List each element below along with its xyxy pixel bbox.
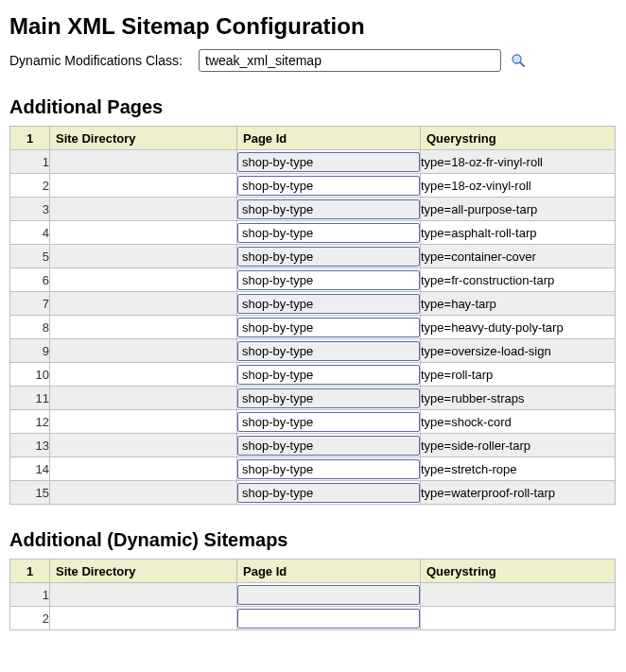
querystring-cell[interactable]: type=side-roller-tarp: [421, 434, 616, 457]
site-directory-cell[interactable]: [50, 339, 237, 363]
site-directory-cell[interactable]: [50, 410, 237, 434]
querystring-cell[interactable]: type=18-oz-fr-vinyl-roll: [421, 150, 616, 174]
dyn-mod-label: Dynamic Modifications Class:: [9, 53, 189, 68]
row-number: 2: [10, 607, 50, 630]
page-id-input[interactable]: [237, 341, 420, 361]
site-directory-cell[interactable]: [50, 150, 237, 174]
table-row: 5type=container-cover: [10, 245, 616, 268]
row-number: 2: [10, 174, 50, 198]
querystring-cell[interactable]: type=waterproof-roll-tarp: [421, 481, 616, 505]
table-row: 13type=side-roller-tarp: [10, 434, 616, 457]
table-row: 10type=roll-tarp: [10, 363, 616, 387]
querystring-cell[interactable]: type=rubber-straps: [421, 387, 616, 410]
site-directory-cell[interactable]: [50, 387, 237, 410]
querystring-cell[interactable]: type=oversize-load-sign: [421, 339, 616, 363]
page-id-cell: [237, 339, 421, 363]
page-id-cell: [237, 481, 421, 505]
page-id-cell: [237, 292, 421, 316]
querystring-cell[interactable]: [421, 607, 616, 630]
page-id-input[interactable]: [237, 199, 420, 219]
dyn-mod-row: Dynamic Modifications Class:: [9, 49, 617, 72]
page-id-input[interactable]: [237, 294, 420, 314]
page-id-cell: [237, 410, 421, 434]
page-id-input[interactable]: [237, 388, 420, 408]
site-directory-cell[interactable]: [50, 174, 237, 198]
site-directory-cell[interactable]: [50, 583, 237, 607]
querystring-cell[interactable]: type=shock-cord: [421, 410, 616, 434]
site-directory-cell[interactable]: [50, 268, 237, 292]
page-id-cell: [237, 457, 421, 481]
page-id-input[interactable]: [237, 609, 420, 629]
page-id-cell: [237, 221, 421, 245]
site-directory-cell[interactable]: [50, 481, 237, 505]
querystring-cell[interactable]: type=roll-tarp: [421, 363, 616, 387]
page-id-input[interactable]: [237, 412, 420, 432]
site-directory-cell[interactable]: [50, 363, 237, 387]
table-row: 2: [10, 607, 616, 630]
additional-pages-heading: Additional Pages: [9, 96, 617, 118]
page-id-input[interactable]: [237, 483, 420, 503]
row-number: 11: [10, 387, 50, 410]
querystring-cell[interactable]: type=asphalt-roll-tarp: [421, 221, 616, 245]
site-directory-cell[interactable]: [50, 221, 237, 245]
querystring-cell[interactable]: type=container-cover: [421, 245, 616, 268]
table-row: 12type=shock-cord: [10, 410, 616, 434]
search-icon[interactable]: [511, 53, 526, 68]
querystring-cell[interactable]: type=fr-construction-tarp: [421, 268, 616, 292]
querystring-cell[interactable]: [421, 583, 616, 607]
row-number: 4: [10, 221, 50, 245]
page-id-input[interactable]: [237, 365, 420, 385]
page-id-input[interactable]: [237, 318, 420, 337]
row-number: 1: [10, 583, 50, 607]
page-id-cell: [237, 363, 421, 387]
row-number: 3: [10, 198, 50, 221]
site-directory-cell[interactable]: [50, 198, 237, 221]
table-row: 15type=waterproof-roll-tarp: [10, 481, 616, 505]
page-id-cell: [237, 434, 421, 457]
col-header-index: 1: [10, 560, 50, 583]
site-directory-cell[interactable]: [50, 457, 237, 481]
page-id-input[interactable]: [237, 247, 420, 267]
row-number: 7: [10, 292, 50, 316]
table-row: 2type=18-oz-vinyl-roll: [10, 174, 616, 198]
col-header-site-directory: Site Directory: [50, 127, 237, 150]
table-row: 11type=rubber-straps: [10, 387, 616, 410]
dynamic-sitemaps-table: 1 Site Directory Page Id Querystring 12: [9, 559, 616, 630]
table-row: 14type=stretch-rope: [10, 457, 616, 481]
page-id-input[interactable]: [237, 176, 420, 196]
site-directory-cell[interactable]: [50, 607, 237, 630]
site-directory-cell[interactable]: [50, 245, 237, 268]
querystring-cell[interactable]: type=hay-tarp: [421, 292, 616, 316]
page-id-cell: [237, 607, 421, 630]
page-id-input[interactable]: [237, 585, 420, 605]
page-id-input[interactable]: [237, 270, 420, 290]
page-id-cell: [237, 198, 421, 221]
querystring-cell[interactable]: type=stretch-rope: [421, 457, 616, 481]
page-id-input[interactable]: [237, 459, 420, 479]
col-header-page-id: Page Id: [237, 560, 421, 583]
page-id-input[interactable]: [237, 152, 420, 172]
site-directory-cell[interactable]: [50, 434, 237, 457]
dyn-mod-input[interactable]: [199, 49, 501, 72]
querystring-cell[interactable]: type=all-purpose-tarp: [421, 198, 616, 221]
page-id-cell: [237, 268, 421, 292]
querystring-cell[interactable]: type=18-oz-vinyl-roll: [421, 174, 616, 198]
row-number: 15: [10, 481, 50, 505]
page-id-input[interactable]: [237, 223, 420, 243]
querystring-cell[interactable]: type=heavy-duty-poly-tarp: [421, 316, 616, 339]
row-number: 13: [10, 434, 50, 457]
row-number: 10: [10, 363, 50, 387]
table-row: 4type=asphalt-roll-tarp: [10, 221, 616, 245]
row-number: 12: [10, 410, 50, 434]
col-header-querystring: Querystring: [421, 127, 616, 150]
table-row: 8type=heavy-duty-poly-tarp: [10, 316, 616, 339]
page-id-cell: [237, 150, 421, 174]
page-title: Main XML Sitemap Configuration: [9, 13, 617, 40]
site-directory-cell[interactable]: [50, 292, 237, 316]
site-directory-cell[interactable]: [50, 316, 237, 339]
col-header-site-directory: Site Directory: [50, 560, 237, 583]
page-id-input[interactable]: [237, 436, 420, 456]
table-row: 9type=oversize-load-sign: [10, 339, 616, 363]
page-id-cell: [237, 387, 421, 410]
table-row: 3type=all-purpose-tarp: [10, 198, 616, 221]
